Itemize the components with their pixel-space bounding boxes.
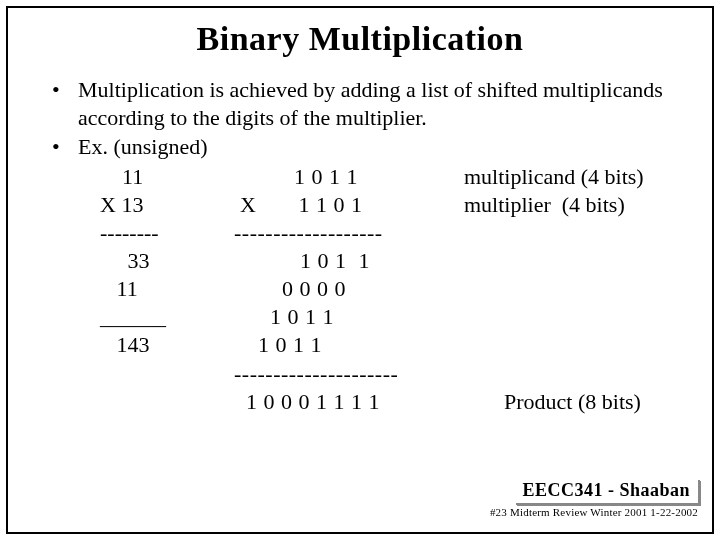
dec-result: 143 [44, 331, 234, 359]
bin-partial1: 1 0 1 1 [234, 247, 464, 275]
footer: EECC341 - Shaaban #23 Midterm Review Win… [490, 478, 698, 518]
slide-content: Multiplication is achieved by adding a l… [44, 76, 676, 416]
bin-multiplicand: 1 0 1 1 [234, 163, 464, 191]
dec-sep1: -------- [44, 219, 234, 247]
label-product: Product (8 bits) [464, 388, 676, 416]
slide-title: Binary Multiplication [8, 20, 712, 58]
dec-multiplier: X 13 [44, 191, 234, 219]
worked-example: 11 1 0 1 1 multiplicand (4 bits) X 13 X … [44, 163, 676, 416]
dec-partial2: 11 [44, 275, 234, 303]
dec-underline: ______ [44, 303, 234, 331]
bin-partial2: 0 0 0 0 [234, 275, 464, 303]
bin-sep2: --------------------- [234, 360, 464, 388]
bin-partial3: 1 0 1 1 [234, 303, 464, 331]
bin-multiplier: X 1 1 0 1 [234, 191, 464, 219]
label-multiplicand: multiplicand (4 bits) [464, 163, 676, 191]
bin-product: 1 0 0 0 1 1 1 1 [234, 388, 464, 416]
dec-multiplicand: 11 [44, 163, 234, 191]
bullet-1: Multiplication is achieved by adding a l… [44, 76, 676, 131]
footer-meta: #23 Midterm Review Winter 2001 1-22-2002 [490, 506, 698, 518]
dec-partial1: 33 [44, 247, 234, 275]
footer-course: EECC341 - Shaaban [514, 478, 698, 503]
bin-sep1: ------------------- [234, 219, 464, 247]
bullet-2: Ex. (unsigned) [44, 133, 676, 161]
bin-partial4: 1 0 1 1 [234, 331, 464, 359]
label-multiplier: multiplier (4 bits) [464, 191, 676, 219]
